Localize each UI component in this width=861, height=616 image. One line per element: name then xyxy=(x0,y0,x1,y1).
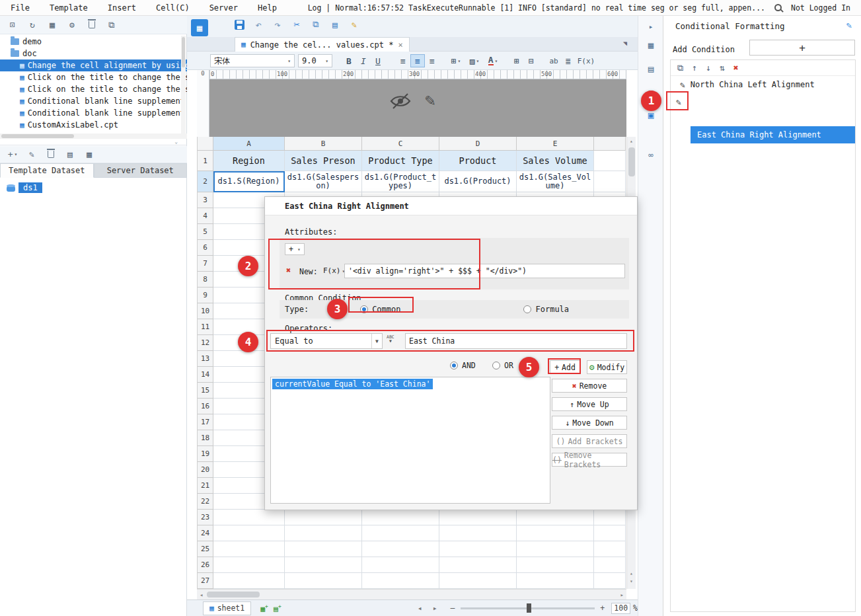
document-tab[interactable]: ▦ Change the cel... values.cpt * × xyxy=(235,37,410,52)
cell-B24[interactable] xyxy=(285,525,362,541)
hide-area-icon[interactable] xyxy=(389,93,412,112)
add-dataset-icon[interactable]: + xyxy=(7,149,19,161)
radio-and[interactable] xyxy=(450,362,458,369)
unmerge-cells-icon[interactable]: ⊟ xyxy=(524,54,539,67)
cell-C23[interactable] xyxy=(362,510,439,525)
cell-D26[interactable] xyxy=(439,557,517,573)
row-header-26[interactable]: 26 xyxy=(198,557,213,573)
menu-server[interactable]: Server xyxy=(209,3,238,13)
cut-icon[interactable]: ✂ xyxy=(291,19,303,30)
tree-folder-doc[interactable]: doc xyxy=(0,48,187,59)
batch-edit-icon[interactable]: ▦ xyxy=(83,149,95,161)
cell-A23[interactable] xyxy=(213,510,285,525)
cell-B25[interactable] xyxy=(285,541,362,557)
remove-brackets-button[interactable]: () Remove Brackets xyxy=(552,453,627,467)
cell-B1[interactable]: Sales Preson xyxy=(285,151,362,171)
row-header-1[interactable]: 1 xyxy=(198,151,213,171)
font-size-select[interactable]: 9.0 xyxy=(298,54,332,67)
cell-A26[interactable] xyxy=(213,557,285,573)
sort-icon[interactable]: ⇅ xyxy=(720,63,725,73)
tab-template-dataset[interactable]: Template Dataset xyxy=(0,163,94,178)
edit-condition-icon[interactable]: ✎ xyxy=(676,97,681,107)
edit-area-icon[interactable]: ✎ xyxy=(425,90,435,110)
column-header-C[interactable]: C xyxy=(362,137,439,151)
scroll-down-icon[interactable]: ▴ xyxy=(630,570,633,576)
add-grid-sheet-icon[interactable]: ▦+ xyxy=(260,603,268,613)
cell-A1[interactable]: Region xyxy=(213,151,285,171)
refresh-icon[interactable]: ↻ xyxy=(26,19,38,31)
radio-formula[interactable] xyxy=(523,305,531,313)
row-header-18[interactable]: 18 xyxy=(198,430,213,446)
row-header-12[interactable]: 12 xyxy=(198,335,213,351)
cell-C24[interactable] xyxy=(362,525,439,541)
paste-icon[interactable]: ▤ xyxy=(329,19,341,30)
cell-D23[interactable] xyxy=(439,510,517,525)
row-header-21[interactable]: 21 xyxy=(198,478,213,494)
widget-settings-icon[interactable]: ▦ xyxy=(644,38,657,52)
remove-attribute-icon[interactable]: ✖ xyxy=(286,266,291,275)
undo-icon[interactable]: ↶ xyxy=(252,19,264,30)
edit-dataset-icon[interactable]: ✎ xyxy=(26,149,38,161)
cell-C2[interactable]: ds1.G(Product_types) xyxy=(362,171,439,192)
copy-icon[interactable]: ⧉ xyxy=(310,19,322,30)
type-option-formula[interactable]: Formula xyxy=(523,305,569,314)
cell-A2[interactable]: ds1.S(Region) xyxy=(213,171,285,192)
row-header-22[interactable]: 22 xyxy=(198,494,213,510)
horizontal-scrollbar[interactable]: ◂ ▸ xyxy=(197,589,626,599)
copy-icon[interactable]: ⧉ xyxy=(106,19,118,31)
scroll-right-icon[interactable]: ▸ xyxy=(620,592,624,598)
row-header-19[interactable]: 19 xyxy=(198,446,213,462)
login-status[interactable]: Not Logged In xyxy=(791,3,850,13)
condition-item-north-china[interactable]: ✎ North China Left Alignment xyxy=(671,76,855,93)
cell-B26[interactable] xyxy=(285,557,362,573)
move-down-button[interactable]: ↓ Move Down xyxy=(552,416,627,430)
cell-E26[interactable] xyxy=(517,557,594,573)
condition-clause-list[interactable]: currentValue Equal to 'East China' xyxy=(270,377,550,504)
scroll-down-icon[interactable]: ▾ xyxy=(630,578,633,584)
logic-option-and[interactable]: AND xyxy=(450,361,476,370)
menu-template[interactable]: Template xyxy=(50,3,88,13)
fill-color-icon[interactable]: ▨ xyxy=(467,54,482,67)
expand-panel-icon[interactable]: ▸ xyxy=(644,20,657,33)
type-option-common[interactable]: Common xyxy=(360,305,400,314)
modify-condition-button[interactable]: ⚙ Modify xyxy=(587,360,627,374)
redo-icon[interactable]: ↷ xyxy=(272,19,283,30)
zoom-value-box[interactable]: 100 xyxy=(611,603,630,614)
edit-panel-icon[interactable]: ✎ xyxy=(846,20,852,30)
parameter-pane-icon[interactable]: ▤ xyxy=(644,62,657,75)
cell-D1[interactable]: Product xyxy=(439,151,517,171)
edit-condition-icon[interactable]: ✎ xyxy=(680,80,685,90)
add-condition-clause-button[interactable]: + Add xyxy=(550,360,580,374)
align-left-icon[interactable]: ≡ xyxy=(396,54,410,67)
tree-vertical-scrollbar[interactable] xyxy=(181,36,186,135)
row-header-6[interactable]: 6 xyxy=(198,240,213,256)
menu-file[interactable]: File xyxy=(11,3,30,13)
cell-E25[interactable] xyxy=(517,541,594,557)
tree-folder-demo[interactable]: demo xyxy=(0,36,187,48)
tree-file-click-title-2[interactable]: ▦ Click on the title to change the sort … xyxy=(0,83,187,95)
cell-D25[interactable] xyxy=(439,541,517,557)
tree-file-customaxislabel[interactable]: ▦ CustomAxisLabel.cpt xyxy=(0,119,187,131)
delete-condition-icon[interactable]: ✖ xyxy=(733,63,739,73)
row-header-17[interactable]: 17 xyxy=(198,414,213,430)
cell-E24[interactable] xyxy=(517,525,594,541)
cell-C1[interactable]: Product Type xyxy=(362,151,439,171)
formula-icon[interactable]: F(x) xyxy=(576,54,597,67)
delete-dataset-icon[interactable] xyxy=(45,149,57,161)
remove-clause-button[interactable]: ✖ Remove xyxy=(552,379,627,393)
zoom-slider[interactable] xyxy=(461,607,595,609)
cell-E23[interactable] xyxy=(517,510,594,525)
cell-B23[interactable] xyxy=(285,510,362,525)
row-header-10[interactable]: 10 xyxy=(198,303,213,319)
condition-clause-selected[interactable]: currentValue Equal to 'East China' xyxy=(272,379,433,389)
cell-C25[interactable] xyxy=(362,541,439,557)
save-icon[interactable] xyxy=(233,19,245,30)
dataset-item-ds1[interactable]: ds1 xyxy=(7,182,42,193)
condition-item-east-china[interactable]: ✎ East China Right Alignment xyxy=(671,93,855,110)
vertical-scroll-thumb[interactable] xyxy=(628,147,635,176)
close-tab-icon[interactable]: × xyxy=(398,40,402,50)
cell-E2[interactable]: ds1.G(Sales_Volume) xyxy=(517,171,594,192)
menu-insert[interactable]: Insert xyxy=(108,3,136,13)
copy-condition-icon[interactable]: ⧉ xyxy=(677,63,683,73)
add-form-sheet-icon[interactable]: ▤+ xyxy=(274,603,281,613)
